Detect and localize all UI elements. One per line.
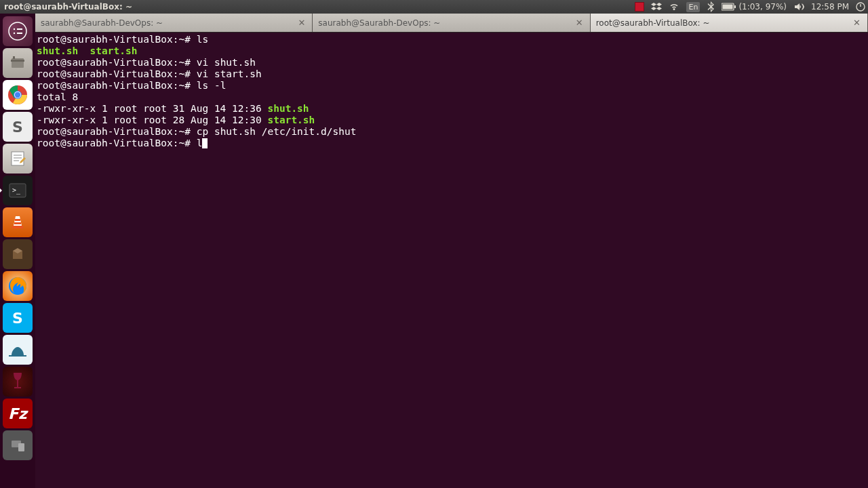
tab-2[interactable]: saurabh@Saurabh-DevOps: ~ ✕ [313, 14, 590, 32]
output: total 8 [37, 92, 867, 103]
svg-rect-2 [734, 5, 736, 8]
command: ls -l [197, 80, 226, 91]
svg-point-7 [14, 33, 15, 34]
file-meta: -rwxr-xr-x 1 root root 28 Aug 14 12:30 [37, 115, 267, 125]
svg-rect-6 [17, 28, 22, 30]
unity-launcher: S >_ S Fz [0, 14, 35, 488]
svg-rect-1 [723, 5, 733, 9]
svg-rect-10 [11, 60, 24, 62]
bluetooth-icon[interactable] [707, 1, 715, 12]
chrome-icon[interactable] [3, 80, 33, 110]
tab-label: saurabh@Saurabh-DevOps: ~ [41, 18, 163, 28]
svg-point-15 [15, 92, 20, 98]
terminal-icon[interactable]: >_ [3, 176, 33, 205]
dash-icon[interactable] [3, 16, 33, 46]
svg-text:>_: >_ [12, 186, 21, 195]
command: vi start.sh [197, 68, 262, 79]
prompt: root@saurabh-VirtualBox:~# [37, 57, 191, 68]
prompt: root@saurabh-VirtualBox:~# [37, 126, 191, 137]
clock[interactable]: 12:58 PM [811, 2, 849, 12]
svg-rect-23 [14, 222, 21, 224]
dropbox-icon[interactable] [651, 1, 662, 12]
file: start.sh [267, 115, 315, 125]
file-meta: -rwxr-xr-x 1 root root 31 Aug 14 12:36 [37, 103, 267, 114]
system-indicators: En (1:03, 97%) 12:58 PM [635, 1, 865, 12]
terminal-tabbar: saurabh@Saurabh-DevOps: ~ ✕ saurabh@Saur… [35, 14, 868, 33]
devices-icon[interactable] [3, 430, 33, 460]
sound-icon[interactable] [793, 1, 804, 12]
cursor [202, 138, 208, 148]
tab-3[interactable]: root@saurabh-VirtualBox: ~ ✕ [591, 14, 868, 32]
prompt: root@saurabh-VirtualBox:~# [37, 34, 191, 45]
svg-rect-24 [12, 226, 23, 228]
files-icon[interactable] [3, 48, 33, 78]
svg-rect-22 [15, 219, 20, 221]
software-center-icon[interactable] [3, 239, 33, 269]
svg-point-5 [14, 28, 15, 30]
close-icon[interactable]: ✕ [574, 18, 585, 28]
firefox-icon[interactable] [3, 271, 33, 301]
battery-indicator[interactable]: (1:03, 97%) [722, 2, 787, 12]
sublime-icon[interactable]: S [3, 112, 33, 142]
svg-rect-29 [18, 443, 24, 451]
network-icon[interactable] [669, 1, 679, 12]
wine-icon[interactable] [3, 367, 33, 396]
close-icon[interactable]: ✕ [296, 18, 307, 28]
command: cp shut.sh /etc/init.d/shut [197, 126, 357, 137]
command-partial: l [197, 138, 203, 148]
session-icon[interactable] [856, 2, 865, 12]
language-indicator[interactable]: En [686, 2, 700, 12]
command: vi shut.sh [197, 57, 256, 68]
prompt: root@saurabh-VirtualBox:~# [37, 80, 191, 91]
svg-point-4 [9, 22, 26, 40]
text-editor-icon[interactable] [3, 144, 33, 174]
vlc-icon[interactable] [3, 207, 33, 237]
prompt: root@saurabh-VirtualBox:~# [37, 68, 191, 79]
file: shut.sh [267, 103, 309, 114]
svg-rect-8 [17, 33, 22, 34]
tab-label: root@saurabh-VirtualBox: ~ [596, 18, 710, 28]
terminal-window: saurabh@Saurabh-DevOps: ~ ✕ saurabh@Saur… [35, 14, 868, 488]
prompt: root@saurabh-VirtualBox:~# [37, 138, 191, 148]
filezilla-icon[interactable]: Fz [3, 399, 33, 428]
menubar: root@saurabh-VirtualBox: ~ En (1:03, 97%… [0, 0, 868, 14]
tab-label: saurabh@Saurabh-DevOps: ~ [318, 18, 440, 28]
skype-icon[interactable]: S [3, 303, 33, 333]
record-indicator[interactable] [635, 2, 644, 12]
workbench-icon[interactable] [3, 335, 33, 365]
file: shut.sh [37, 45, 78, 56]
command: ls [197, 34, 208, 45]
svg-rect-27 [9, 355, 26, 357]
close-icon[interactable]: ✕ [852, 18, 862, 28]
file: start.sh [90, 45, 138, 56]
svg-rect-16 [12, 152, 24, 165]
svg-rect-11 [13, 56, 15, 59]
window-title: root@saurabh-VirtualBox: ~ [3, 2, 132, 12]
terminal-content[interactable]: root@saurabh-VirtualBox:~# lsshut.sh sta… [35, 33, 868, 488]
tab-1[interactable]: saurabh@Saurabh-DevOps: ~ ✕ [35, 14, 313, 32]
